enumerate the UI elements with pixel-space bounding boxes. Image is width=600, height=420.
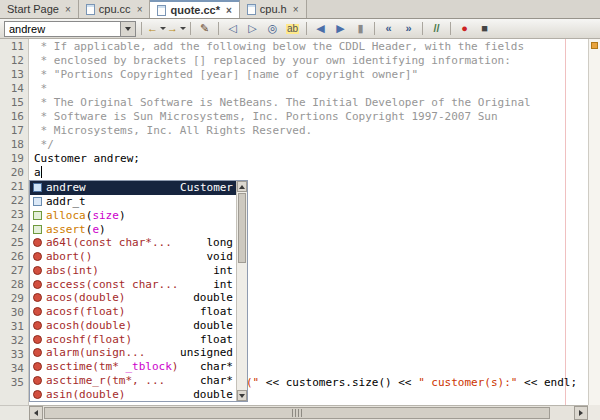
completion-token: alloca <box>46 209 86 222</box>
completion-token: asctime_r(tm*, ... <box>46 374 165 387</box>
horizontal-scrollbar[interactable] <box>29 405 588 420</box>
tab-label: cpu.cc <box>99 3 131 15</box>
completion-item[interactable]: acosf(float)float <box>30 305 236 319</box>
completion-item[interactable]: acoshf(float)float <box>30 332 236 346</box>
line-number: 18 <box>0 138 24 152</box>
line-number: 25 <box>0 236 24 250</box>
shift-line-left-button[interactable]: « <box>379 20 398 38</box>
code-line: * "Portions Copyrighted [year] [name of … <box>34 68 588 82</box>
scroll-up-button[interactable] <box>237 181 247 192</box>
start-macro-recording-button[interactable]: ● <box>455 20 474 38</box>
line-number-gutter: 1112131415161718192021222324252627282930… <box>0 39 29 405</box>
horizontal-scrollbar-thumb[interactable] <box>44 407 550 419</box>
completion-item[interactable]: abort()void <box>30 250 236 264</box>
close-icon[interactable]: × <box>63 4 71 15</box>
completion-item[interactable]: asin(double)double <box>30 387 236 401</box>
scroll-down-button[interactable] <box>237 390 247 401</box>
completion-item[interactable]: a64l(const char*...long <box>30 236 236 250</box>
completion-return-type: unsigned <box>180 346 233 359</box>
shift-line-right-icon: » <box>405 23 411 34</box>
error-stripe-mark[interactable] <box>591 42 598 49</box>
completion-item[interactable]: abs(int)int <box>30 264 236 278</box>
toggle-bookmark-button[interactable]: ▮ <box>351 20 370 38</box>
function-icon <box>33 238 42 247</box>
stop-macro-recording-button[interactable]: ■ <box>475 20 494 38</box>
comment-icon: // <box>433 23 439 34</box>
start-macro-recording-icon: ● <box>461 23 468 34</box>
completion-label: assert(e) <box>46 223 229 236</box>
toolbar-separator <box>422 22 423 35</box>
arrow-left-icon <box>34 410 38 416</box>
code-token: */ <box>34 138 54 151</box>
tab-label: cpu.h <box>260 3 287 15</box>
toggle-highlight-search-icon: ab <box>286 24 299 34</box>
line-number: 13 <box>0 68 24 82</box>
forward-button[interactable]: → <box>167 20 186 38</box>
completion-token: abort() <box>46 250 92 263</box>
completion-return-type: float <box>200 305 233 318</box>
find-previous-occurrence-button[interactable]: ◁ <box>223 20 242 38</box>
completion-scrollbar[interactable] <box>236 181 247 401</box>
completion-item[interactable]: acos(double)double <box>30 291 236 305</box>
function-icon <box>33 348 42 357</box>
line-number: 30 <box>0 306 24 320</box>
line-number: 12 <box>0 54 24 68</box>
find-selection-button[interactable]: ◎ <box>263 20 282 38</box>
completion-token: acoshf(float) <box>46 333 132 346</box>
completion-token: alarm(unsign... <box>46 346 145 359</box>
gutter-corner <box>0 405 29 420</box>
completion-item[interactable]: assert(e) <box>30 222 236 236</box>
shift-line-right-button[interactable]: » <box>399 20 418 38</box>
code-line: * <box>34 82 588 96</box>
code-line: Customer andrew; <box>34 152 588 166</box>
previous-bookmark-button[interactable]: ◀ <box>311 20 330 38</box>
function-icon <box>33 293 42 302</box>
toggle-highlight-search-button[interactable]: ab <box>283 20 302 38</box>
completion-return-type: char* <box>200 360 233 373</box>
function-icon <box>33 321 42 330</box>
back-button[interactable]: ← <box>147 20 166 38</box>
completion-item[interactable]: addr_t <box>30 195 236 209</box>
completion-token: addr_t <box>46 195 86 208</box>
code-token: << endl; <box>517 376 577 389</box>
find-previous-occurrence-icon: ◁ <box>228 23 236 34</box>
completion-item[interactable]: alloca(size) <box>30 209 236 223</box>
completion-label: a64l(const char*... <box>46 236 203 249</box>
chevron-down-icon <box>125 27 131 31</box>
completion-item[interactable]: asctime(tm* _tblock)char* <box>30 360 236 374</box>
file-icon <box>247 4 256 15</box>
arrow-right-icon <box>579 410 583 416</box>
last-edit-location-button[interactable]: ✎ <box>195 20 214 38</box>
scroll-left-button[interactable] <box>29 406 43 420</box>
completion-item[interactable]: access(const char...int <box>30 277 236 291</box>
line-number: 14 <box>0 82 24 96</box>
symbol-combobox[interactable]: andrew <box>4 21 136 37</box>
close-icon[interactable]: × <box>224 5 232 16</box>
comment-button[interactable]: // <box>427 20 446 38</box>
code-line: * If applicable, add the following below… <box>34 40 588 54</box>
completion-item[interactable]: alarm(unsign...unsigned <box>30 346 236 360</box>
completion-item[interactable]: asctime_r(tm*, ...char* <box>30 374 236 388</box>
stop-macro-recording-icon: ■ <box>481 23 488 34</box>
find-next-occurrence-button[interactable]: ▷ <box>243 20 262 38</box>
close-icon[interactable]: × <box>291 4 299 15</box>
scrollbar-corner <box>588 405 600 420</box>
next-bookmark-button[interactable]: ▶ <box>331 20 350 38</box>
tab-quote-cc[interactable]: quote.cc*× <box>150 0 239 18</box>
combobox-dropdown-button[interactable] <box>120 22 135 36</box>
dropdown-caret-icon <box>160 27 166 30</box>
completion-token: ) <box>119 209 126 222</box>
completion-item[interactable]: andrewCustomer <box>30 181 236 195</box>
tab-cpu-h[interactable]: cpu.h× <box>240 0 307 18</box>
toolbar-separator <box>218 22 219 35</box>
find-selection-icon: ◎ <box>268 23 278 34</box>
close-icon[interactable]: × <box>135 4 143 15</box>
scroll-right-button[interactable] <box>574 406 588 420</box>
completion-token: asin(double) <box>46 388 125 401</box>
completion-item[interactable]: acosh(double)double <box>30 319 236 333</box>
completion-scrollbar-thumb[interactable] <box>238 193 246 263</box>
tab-start-page[interactable]: Start Page× <box>0 0 79 18</box>
completion-label: access(const char... <box>46 278 209 291</box>
tab-cpu-cc[interactable]: cpu.cc× <box>79 0 151 18</box>
completion-return-type: float <box>200 333 233 346</box>
